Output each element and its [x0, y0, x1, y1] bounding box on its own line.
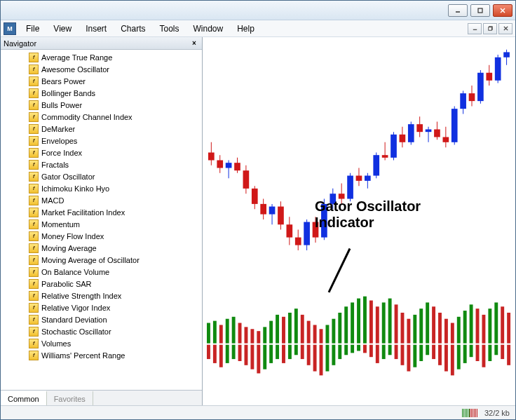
indicator-label: Ichimoku Kinko Hyo [41, 184, 109, 193]
svg-rect-20 [252, 189, 258, 204]
mdi-restore-button[interactable] [483, 23, 497, 34]
svg-rect-72 [477, 73, 484, 101]
indicator-label: Bollinger Bands [41, 89, 95, 97]
navigator-tab-favorites[interactable]: Favorites [47, 391, 93, 405]
indicator-item[interactable]: fMoving Average [1, 242, 202, 254]
svg-rect-94 [301, 315, 304, 344]
svg-rect-160 [407, 345, 410, 372]
svg-rect-126 [501, 306, 504, 343]
menu-view[interactable]: View [46, 22, 79, 36]
svg-rect-153 [363, 345, 367, 353]
chart-area[interactable]: Gator Oscillator Indicator [203, 37, 515, 405]
statusbar: 32/2 kb [1, 405, 515, 419]
svg-rect-155 [376, 345, 379, 363]
indicator-item[interactable]: fWilliams' Percent Range [1, 349, 202, 361]
svg-rect-118 [451, 323, 454, 344]
svg-rect-104 [363, 297, 367, 344]
indicator-item[interactable]: fMoney Flow Index [1, 230, 202, 242]
indicator-icon: f [29, 351, 39, 360]
svg-rect-44 [356, 176, 362, 181]
indicator-item[interactable]: fStochastic Oscillator [1, 325, 202, 337]
indicator-item[interactable]: fMoving Average of Oscillator [1, 254, 202, 266]
indicator-label: MACD [41, 196, 64, 205]
svg-rect-66 [452, 109, 458, 142]
svg-rect-117 [444, 319, 448, 344]
svg-rect-86 [250, 329, 254, 343]
svg-rect-152 [357, 345, 360, 351]
indicator-item[interactable]: fOn Balance Volume [1, 266, 202, 278]
svg-rect-70 [469, 93, 475, 101]
indicator-item[interactable]: fBears Power [1, 75, 202, 87]
indicator-item[interactable]: fRelative Vigor Index [1, 302, 202, 313]
svg-rect-50 [382, 155, 388, 158]
svg-rect-145 [313, 345, 317, 372]
svg-rect-167 [451, 345, 454, 376]
indicator-label: Gator Oscillator [41, 172, 95, 181]
indicator-label: Average True Range [41, 53, 112, 62]
indicator-item[interactable]: fVolumes [1, 337, 202, 349]
window-minimize-button[interactable] [448, 4, 468, 17]
navigator-tab-common[interactable]: Common [1, 391, 47, 405]
indicator-label: Stochastic Oscillator [41, 327, 111, 336]
indicator-item[interactable]: fMACD [1, 194, 202, 206]
indicator-label: Fractals [41, 161, 69, 169]
indicator-icon: f [29, 136, 39, 146]
indicator-item[interactable]: fFractals [1, 158, 202, 170]
indicator-icon: f [29, 219, 39, 229]
menu-help[interactable]: Help [230, 22, 262, 36]
indicator-item[interactable]: fDeMarker [1, 123, 202, 135]
svg-rect-54 [400, 135, 406, 142]
svg-rect-6 [488, 27, 491, 31]
indicator-icon: f [29, 76, 39, 86]
menu-insert[interactable]: Insert [79, 22, 114, 36]
svg-rect-132 [232, 345, 236, 359]
workarea: Navigator × fAverage True RangefAwesome … [1, 37, 515, 405]
svg-rect-135 [250, 345, 254, 370]
indicator-item[interactable]: fCommodity Channel Index [1, 111, 202, 123]
indicator-icon: f [29, 148, 39, 158]
menu-tools[interactable]: Tools [153, 22, 186, 36]
svg-rect-88 [263, 327, 266, 343]
menu-file[interactable]: File [19, 22, 46, 36]
navigator-close-button[interactable]: × [189, 39, 199, 48]
navigator-tree[interactable]: fAverage True RangefAwesome OscillatorfB… [1, 50, 202, 390]
indicator-icon: f [29, 255, 39, 265]
indicator-item[interactable]: fStandard Deviation [1, 313, 202, 325]
svg-rect-158 [395, 345, 398, 359]
indicator-item[interactable]: fAwesome Oscillator [1, 63, 202, 75]
indicator-item[interactable]: fBulls Power [1, 99, 202, 111]
svg-rect-168 [457, 345, 461, 370]
indicator-item[interactable]: fForce Index [1, 147, 202, 158]
indicator-icon: f [29, 124, 39, 134]
svg-rect-108 [388, 299, 392, 344]
indicator-item[interactable]: fMarket Facilitation Index [1, 206, 202, 218]
indicator-item[interactable]: fMomentum [1, 218, 202, 230]
indicator-item[interactable]: fIchimoku Kinko Hyo [1, 182, 202, 194]
window-close-button[interactable] [493, 4, 512, 17]
svg-rect-26 [278, 207, 284, 225]
window-maximize-button[interactable] [470, 4, 490, 17]
mdi-close-button[interactable] [498, 23, 512, 34]
svg-rect-101 [344, 306, 348, 343]
indicator-item[interactable]: fParabolic SAR [1, 278, 202, 290]
indicator-label: Standard Deviation [41, 316, 107, 324]
svg-rect-127 [507, 313, 510, 344]
svg-rect-105 [369, 301, 373, 344]
indicator-icon: f [29, 291, 39, 301]
mdi-minimize-button[interactable] [468, 23, 482, 34]
svg-rect-32 [304, 222, 310, 245]
indicator-item[interactable]: fGator Oscillator [1, 170, 202, 182]
svg-rect-10 [208, 153, 215, 161]
indicator-icon: f [29, 160, 39, 170]
indicator-item[interactable]: fBollinger Bands [1, 87, 202, 99]
menu-window[interactable]: Window [186, 22, 231, 36]
indicator-label: Moving Average [41, 244, 97, 252]
indicator-item[interactable]: fAverage True Range [1, 51, 202, 63]
svg-rect-103 [357, 299, 360, 344]
indicator-item[interactable]: fEnvelopes [1, 135, 202, 147]
svg-rect-113 [419, 309, 423, 343]
menu-charts[interactable]: Charts [114, 22, 152, 36]
svg-rect-147 [325, 345, 329, 372]
svg-rect-131 [226, 345, 229, 363]
indicator-item[interactable]: fRelative Strength Index [1, 290, 202, 302]
